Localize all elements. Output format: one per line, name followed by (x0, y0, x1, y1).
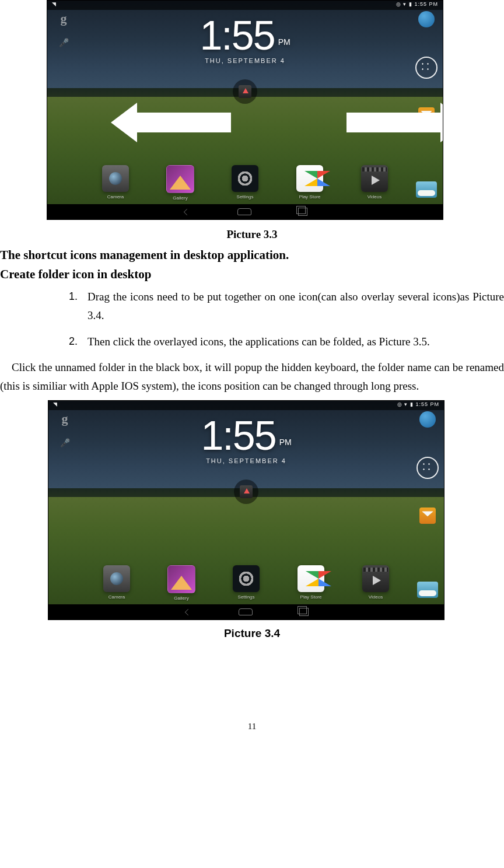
screenshot-picture-3-4: ◥ ◎ ▾ ▮ 1:55 PM g 🎤 1:55PM THU, SEPTEMBE… (48, 400, 444, 620)
status-bar: ◥ ◎ ▾ ▮ 1:55 PM (47, 1, 443, 10)
list-item: 2. Then click the overlayed icons, the a… (88, 332, 504, 351)
swipe-arrow-left-head (111, 103, 137, 142)
dock-label: Camera (100, 594, 133, 600)
caption-picture-3-4: Picture 3.4 (0, 627, 504, 640)
dock-label: Camera (99, 194, 132, 200)
dock-item-camera[interactable]: Camera (100, 565, 133, 601)
folder-app-preview (239, 85, 251, 98)
google-search-icon[interactable]: g (57, 411, 73, 426)
email-icon[interactable] (419, 508, 436, 524)
dock-item-camera[interactable]: Camera (99, 165, 132, 201)
status-time: 1:55 PM (415, 401, 439, 407)
wallpaper-grass (48, 497, 444, 620)
navigation-bar (47, 204, 443, 219)
nav-home-button[interactable] (237, 208, 251, 215)
status-time: 1:55 PM (414, 1, 438, 7)
clock-widget[interactable]: 1:55PM THU, SEPTEMBER 4 (200, 15, 290, 64)
clock-date: THU, SEPTEMBER 4 (201, 457, 291, 464)
dock-item-settings[interactable]: Settings (230, 565, 262, 601)
google-search-icon[interactable]: g (55, 11, 72, 26)
left-side-column: g 🎤 (53, 411, 76, 454)
videos-icon (362, 565, 389, 592)
caption-picture-3-3: Picture 3.3 (0, 228, 504, 241)
dock-item-videos[interactable]: Videos (358, 165, 391, 201)
dock-label: Settings (229, 194, 261, 200)
app-drawer-button[interactable] (415, 57, 438, 79)
dock-label: Play Store (295, 594, 327, 600)
nav-home-button[interactable] (239, 608, 253, 615)
swipe-arrow-left (135, 113, 231, 132)
voice-mic-icon[interactable]: 🎤 (57, 438, 73, 454)
list-item: 1. Drag the icons need to be put togethe… (88, 288, 504, 326)
dock-item-videos[interactable]: Videos (359, 565, 392, 601)
status-indicators: ◎ ▾ ▮ (396, 1, 412, 7)
status-notification-icon: ◥ (53, 401, 57, 407)
voice-mic-icon[interactable]: 🎤 (55, 38, 72, 54)
browser-globe-icon[interactable] (418, 11, 435, 27)
ordered-list: 1. Drag the icons need to be put togethe… (0, 288, 504, 351)
play-store-icon (298, 565, 324, 592)
list-text: Then click the overlayed icons, the appl… (88, 335, 430, 348)
status-bar: ◥ ◎ ▾ ▮ 1:55 PM (48, 401, 444, 410)
status-right: ◎ ▾ ▮ 1:55 PM (397, 401, 439, 407)
paragraph: Click the unnamed folder in the black bo… (0, 358, 504, 396)
dock-label: Gallery (165, 596, 198, 601)
dock-item-gallery[interactable]: Gallery (165, 565, 198, 601)
videos-icon (361, 165, 388, 192)
clock-time: 1:55 (200, 13, 274, 58)
screenshot-picture-3-3: ◥ ◎ ▾ ▮ 1:55 PM g 🎤 1:55PM THU, SEPTEMBE… (47, 0, 443, 220)
clock-ampm: PM (278, 37, 290, 47)
status-indicators: ◎ ▾ ▮ (397, 401, 414, 407)
folder-app-preview (240, 485, 253, 498)
nav-recent-button[interactable] (299, 608, 309, 616)
swipe-arrow-right (346, 113, 443, 132)
center-folder-icon[interactable] (234, 480, 258, 504)
browser-globe-icon[interactable] (419, 411, 436, 428)
gallery-icon (166, 165, 194, 193)
list-number: 1. (69, 288, 78, 306)
dock-item-settings[interactable]: Settings (229, 165, 261, 201)
app-drawer-button[interactable] (416, 457, 439, 479)
settings-gear-icon (233, 565, 260, 592)
swipe-arrow-right-head (440, 103, 443, 142)
camera-icon (102, 165, 129, 192)
list-number: 2. (69, 332, 78, 351)
clock-date: THU, SEPTEMBER 4 (200, 57, 290, 64)
status-notification-icon: ◥ (52, 1, 56, 7)
settings-gear-icon (232, 165, 258, 192)
camera-icon (103, 565, 130, 592)
nav-back-button[interactable] (184, 609, 191, 615)
dock-label: Gallery (164, 195, 197, 201)
status-right: ◎ ▾ ▮ 1:55 PM (396, 1, 438, 7)
section-subheading: Create folder icon in desktop (0, 267, 504, 282)
play-store-icon (296, 165, 323, 192)
nav-back-button[interactable] (183, 208, 190, 215)
gallery-icon (167, 565, 195, 593)
dock-label: Settings (230, 594, 262, 600)
clock-ampm: PM (279, 438, 292, 447)
app-dock: Camera Gallery Settings Play Store Video… (47, 165, 443, 201)
center-folder-icon[interactable] (233, 79, 257, 104)
dock-item-playstore[interactable]: Play Store (293, 165, 326, 201)
nav-recent-button[interactable] (298, 208, 307, 216)
section-heading: The shortcut icons management in desktop… (0, 248, 504, 262)
dock-label: Play Store (293, 194, 326, 200)
navigation-bar (48, 604, 444, 620)
page-number: 11 (0, 722, 504, 732)
app-dock: Camera Gallery Settings Play Store Video… (48, 565, 444, 601)
dock-label: Videos (359, 594, 392, 600)
clock-widget[interactable]: 1:55PM THU, SEPTEMBER 4 (201, 415, 291, 464)
list-text: Drag the icons need to be put together o… (88, 290, 504, 321)
clock-time: 1:55 (201, 413, 275, 459)
dock-item-gallery[interactable]: Gallery (164, 165, 197, 201)
dock-label: Videos (358, 194, 391, 200)
left-side-column: g 🎤 (52, 11, 75, 54)
dock-item-playstore[interactable]: Play Store (295, 565, 327, 601)
